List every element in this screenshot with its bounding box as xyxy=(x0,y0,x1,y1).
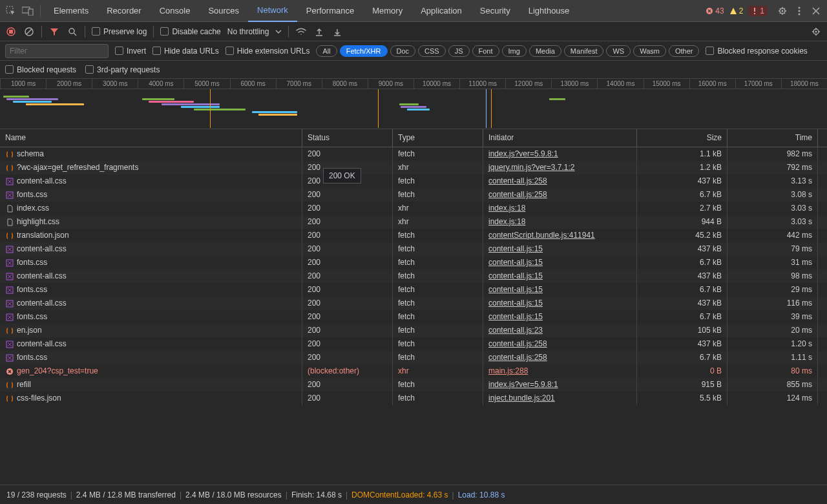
clear-icon[interactable] xyxy=(23,26,35,37)
invert-checkbox[interactable]: Invert xyxy=(115,47,146,56)
request-initiator[interactable]: index.js?ver=5.9.8:1 xyxy=(483,378,637,392)
filter-input[interactable] xyxy=(5,44,109,58)
request-initiator[interactable]: content-all.js:258 xyxy=(483,337,637,351)
request-initiator[interactable]: content-all.js:15 xyxy=(483,283,637,297)
filter-pill-manifest[interactable]: Manifest xyxy=(564,45,604,57)
tab-sources[interactable]: Sources xyxy=(199,0,248,22)
table-row[interactable]: refill200fetchindex.js?ver=5.9.8:1915 B8… xyxy=(0,378,827,392)
col-initiator[interactable]: Initiator xyxy=(483,129,637,147)
wifi-icon[interactable] xyxy=(295,26,307,37)
settings-icon[interactable] xyxy=(774,3,791,19)
timeline-tick: 11000 ms xyxy=(459,79,505,89)
filter-pill-js[interactable]: JS xyxy=(448,45,470,57)
request-initiator[interactable]: content-all.js:15 xyxy=(483,242,637,256)
tab-console[interactable]: Console xyxy=(151,0,200,22)
tab-recorder[interactable]: Recorder xyxy=(98,0,150,22)
table-row[interactable]: fonts.css200fetchcontent-all.js:2586.7 k… xyxy=(0,351,827,364)
table-row[interactable]: ?wc-ajax=get_refreshed_fragments200xhrjq… xyxy=(0,161,827,174)
preserve-log-checkbox[interactable]: Preserve log xyxy=(92,27,147,36)
filter-pill-ws[interactable]: WS xyxy=(606,45,631,57)
request-initiator[interactable]: inject.bundle.js:201 xyxy=(483,392,637,405)
filter-pill-all[interactable]: All xyxy=(316,45,337,57)
tab-elements[interactable]: Elements xyxy=(45,0,98,22)
tab-network[interactable]: Network xyxy=(248,0,297,22)
request-name: highlight.css xyxy=(17,215,59,229)
download-icon[interactable] xyxy=(331,26,343,37)
tab-application[interactable]: Application xyxy=(412,0,471,22)
col-name[interactable]: Name xyxy=(0,129,302,147)
tab-security[interactable]: Security xyxy=(471,0,519,22)
filter-pill-img[interactable]: Img xyxy=(502,45,527,57)
disable-cache-checkbox[interactable]: Disable cache xyxy=(160,27,220,36)
hide-extension-urls-checkbox[interactable]: Hide extension URLs xyxy=(225,47,310,56)
table-row[interactable]: fonts.css200fetchcontent-all.js:2586.7 k… xyxy=(0,188,827,202)
warning-count[interactable]: 2 xyxy=(729,6,744,16)
filter-icon[interactable] xyxy=(48,26,60,37)
request-initiator[interactable]: contentScript.bundle.js:411941 xyxy=(483,229,637,242)
filter-pill-font[interactable]: Font xyxy=(472,45,499,57)
table-row[interactable]: en.json200fetchcontent-all.js:23105 kB20… xyxy=(0,324,827,337)
filter-pill-doc[interactable]: Doc xyxy=(390,45,416,57)
request-initiator[interactable]: content-all.js:258 xyxy=(483,188,637,202)
tab-performance[interactable]: Performance xyxy=(297,0,363,22)
hide-data-urls-checkbox[interactable]: Hide data URLs xyxy=(152,47,219,56)
table-row[interactable]: translation.json200fetchcontentScript.bu… xyxy=(0,229,827,242)
filter-pill-media[interactable]: Media xyxy=(529,45,561,57)
table-row[interactable]: fonts.css200fetchcontent-all.js:156.7 kB… xyxy=(0,256,827,269)
request-initiator[interactable]: content-all.js:258 xyxy=(483,351,637,364)
request-initiator[interactable]: index.js:18 xyxy=(483,215,637,229)
table-row[interactable]: gen_204?csp_test=true(blocked:other)xhrm… xyxy=(0,364,827,378)
inspect-icon[interactable] xyxy=(3,3,19,19)
tab-lighthouse[interactable]: Lighthouse xyxy=(519,0,579,22)
error-icon xyxy=(5,367,14,375)
request-initiator[interactable]: content-all.js:15 xyxy=(483,297,637,310)
more-icon[interactable] xyxy=(791,3,808,19)
col-size[interactable]: Size xyxy=(637,129,728,147)
filter-pill-css[interactable]: CSS xyxy=(418,45,446,57)
timeline-overview[interactable]: 1000 ms2000 ms3000 ms4000 ms5000 ms6000 … xyxy=(0,79,827,129)
network-settings-icon[interactable] xyxy=(810,26,822,37)
table-row[interactable]: content-all.css200fetchcontent-all.js:15… xyxy=(0,269,827,283)
blocked-requests-checkbox[interactable]: Blocked requests xyxy=(5,65,76,74)
request-initiator[interactable]: jquery.min.js?ver=3.7.1:2 xyxy=(483,161,637,174)
request-initiator[interactable]: content-all.js:15 xyxy=(483,269,637,283)
table-row[interactable]: content-all.css200fetchcontent-all.js:25… xyxy=(0,174,827,188)
blocked-cookies-checkbox[interactable]: Blocked response cookies xyxy=(706,47,807,56)
col-status[interactable]: Status xyxy=(302,129,393,147)
request-initiator[interactable]: main.js:288 xyxy=(483,364,637,378)
table-row[interactable]: content-all.css200fetchcontent-all.js:15… xyxy=(0,297,827,310)
filter-pill-wasm[interactable]: Wasm xyxy=(633,45,666,57)
tab-memory[interactable]: Memory xyxy=(363,0,412,22)
table-row[interactable]: fonts.css200fetchcontent-all.js:156.7 kB… xyxy=(0,310,827,324)
error-count[interactable]: 43 xyxy=(706,6,724,16)
table-row[interactable]: content-all.css200fetchcontent-all.js:25… xyxy=(0,337,827,351)
request-name: gen_204?csp_test=true xyxy=(17,364,98,378)
table-row[interactable]: highlight.css200xhrindex.js:18944 B3.03 … xyxy=(0,215,827,229)
table-row[interactable]: index.css200xhrindex.js:182.7 kB3.03 s xyxy=(0,202,827,215)
col-time[interactable]: Time xyxy=(728,129,818,147)
third-party-checkbox[interactable]: 3rd-party requests xyxy=(85,65,160,74)
request-initiator[interactable]: index.js?ver=5.9.8:1 xyxy=(483,147,637,161)
chevron-down-icon[interactable] xyxy=(275,30,282,34)
request-initiator[interactable]: content-all.js:23 xyxy=(483,324,637,337)
filter-pill-other[interactable]: Other xyxy=(669,45,700,57)
upload-icon[interactable] xyxy=(313,26,325,37)
request-initiator[interactable]: index.js:18 xyxy=(483,202,637,215)
close-icon[interactable] xyxy=(808,3,824,19)
filter-pill-fetch-xhr[interactable]: Fetch/XHR xyxy=(340,45,388,57)
search-icon[interactable] xyxy=(67,26,78,37)
throttling-select[interactable]: No throttling xyxy=(227,27,269,36)
col-type[interactable]: Type xyxy=(393,129,483,147)
table-row[interactable]: content-all.css200fetchcontent-all.js:15… xyxy=(0,242,827,256)
request-initiator[interactable]: content-all.js:15 xyxy=(483,310,637,324)
table-row[interactable]: fonts.css200fetchcontent-all.js:156.7 kB… xyxy=(0,283,827,297)
css-icon xyxy=(5,245,14,253)
request-initiator[interactable]: content-all.js:15 xyxy=(483,256,637,269)
request-initiator[interactable]: content-all.js:258 xyxy=(483,174,637,188)
request-table[interactable]: 200 OK schema200fetchindex.js?ver=5.9.8:… xyxy=(0,147,827,439)
device-toggle-icon[interactable] xyxy=(19,3,36,19)
table-row[interactable]: css-files.json200fetchinject.bundle.js:2… xyxy=(0,392,827,405)
issue-count[interactable]: 1 xyxy=(748,6,768,16)
record-icon[interactable] xyxy=(5,26,17,37)
table-row[interactable]: schema200fetchindex.js?ver=5.9.8:11.1 kB… xyxy=(0,147,827,161)
